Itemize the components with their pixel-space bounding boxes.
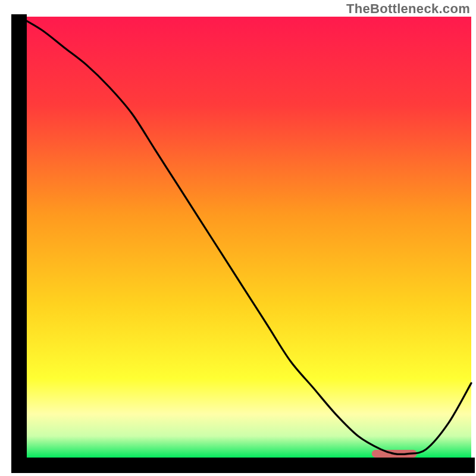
plot-background bbox=[19, 17, 471, 458]
watermark-text: TheBottleneck.com bbox=[346, 1, 470, 17]
chart-svg bbox=[0, 0, 476, 476]
chart-stage: TheBottleneck.com bbox=[0, 0, 476, 476]
